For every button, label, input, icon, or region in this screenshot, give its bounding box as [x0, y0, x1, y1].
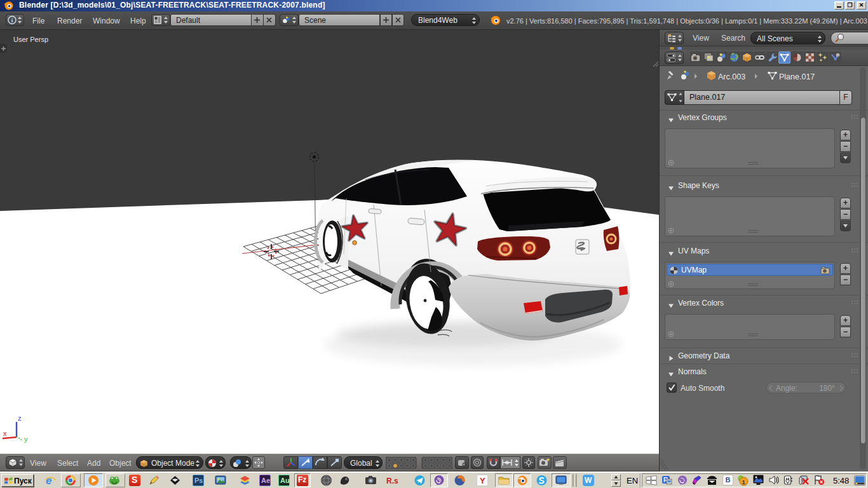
- svg-text:Arc.003: Arc.003: [718, 72, 745, 81]
- svg-text:Plane.017: Plane.017: [779, 72, 815, 81]
- svg-text:x: x: [3, 430, 7, 437]
- svg-text:i: i: [11, 17, 13, 24]
- svg-text:z: z: [18, 414, 22, 422]
- svg-text:1: 1: [742, 478, 746, 485]
- svg-text:e: e: [46, 475, 51, 486]
- svg-text:y: y: [24, 435, 28, 443]
